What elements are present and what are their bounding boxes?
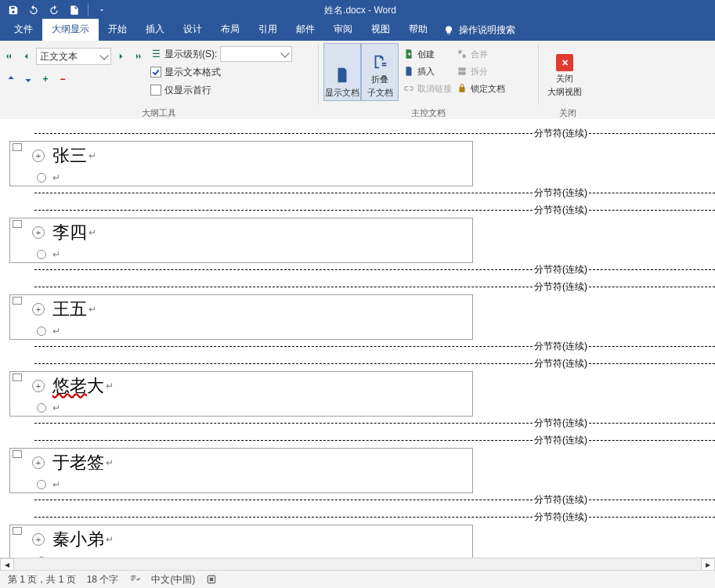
collapse-subdoc-button[interactable]: 折叠 子文档 <box>361 43 399 101</box>
tab-home[interactable]: 开始 <box>99 19 136 41</box>
scroll-left-icon[interactable]: ◂ <box>0 558 14 571</box>
close-l1: 关闭 <box>556 73 573 85</box>
qat-customize-icon[interactable] <box>92 0 112 20</box>
show-document-button[interactable]: 显示文档 <box>323 43 361 101</box>
expand-icon[interactable]: + <box>39 73 52 85</box>
quick-access-toolbar <box>0 0 115 20</box>
subdocument-box[interactable]: +悠老大↵ ↵ <box>9 371 473 417</box>
subdoc-handle-icon[interactable] <box>13 527 22 535</box>
scroll-right-icon[interactable]: ▸ <box>701 558 715 571</box>
document-icon <box>334 65 351 85</box>
show-document-label: 显示文档 <box>325 87 359 99</box>
name-text: 于老签 <box>52 451 104 474</box>
outline-level-select[interactable]: 正文文本 <box>36 48 111 65</box>
name-text: 李四 <box>52 221 87 244</box>
tab-layout[interactable]: 布局 <box>211 19 249 41</box>
section-break: 分节符(连续) <box>34 493 715 506</box>
group-label-outline-tools: 大纲工具 <box>5 106 313 119</box>
split-subdoc-button[interactable]: 拆分 <box>457 63 505 79</box>
status-page[interactable]: 第 1 页，共 1 页 <box>8 573 76 586</box>
new-doc-icon[interactable] <box>64 0 85 20</box>
expand-toggle-icon[interactable]: + <box>32 380 45 392</box>
create-subdoc-button[interactable]: 创建 <box>403 46 452 62</box>
section-break: 分节符(连续) <box>34 417 715 429</box>
show-level-label: 显示级别(S): <box>164 48 217 61</box>
merge-icon <box>457 49 468 60</box>
status-words[interactable]: 18 个字 <box>87 573 119 586</box>
unlink-icon <box>403 83 414 94</box>
group-outline-tools: 正文文本 + − ☰ 显示级别(S): <box>0 41 318 119</box>
subdocument-box[interactable]: +于老签↵ ↵ <box>9 448 473 493</box>
subdoc-icon <box>371 52 388 72</box>
show-level-select[interactable] <box>220 46 292 62</box>
demote-icon[interactable] <box>114 50 127 63</box>
tab-mailings[interactable]: 邮件 <box>287 19 324 41</box>
tab-outline[interactable]: 大纲显示 <box>42 19 99 41</box>
demote-to-body-icon[interactable] <box>130 50 143 63</box>
tab-help[interactable]: 帮助 <box>399 19 437 41</box>
expand-toggle-icon[interactable]: + <box>32 150 45 162</box>
tab-review[interactable]: 审阅 <box>324 19 362 41</box>
tell-me[interactable]: 操作说明搜索 <box>437 20 522 41</box>
body-bullet-icon <box>37 326 46 336</box>
redo-icon[interactable] <box>44 0 64 20</box>
expand-toggle-icon[interactable]: + <box>32 533 45 546</box>
group-label-master-doc: 主控文档 <box>323 106 533 119</box>
group-master-document: 显示文档 折叠 子文档 创建 插入 取消链接 合并 拆分 锁定文档 主控文档 <box>319 41 538 119</box>
macro-icon[interactable] <box>206 574 217 585</box>
undo-icon[interactable] <box>23 0 44 20</box>
name-text: 悠老大 <box>52 374 104 398</box>
section-break: 分节符(连续) <box>34 280 715 293</box>
insert-label: 插入 <box>417 66 435 78</box>
section-break: 分节符(连续) <box>34 434 715 446</box>
expand-toggle-icon[interactable]: + <box>32 303 45 316</box>
merge-subdoc-button[interactable]: 合并 <box>457 46 505 62</box>
create-icon <box>403 49 414 60</box>
section-break: 分节符(连续) <box>34 127 715 139</box>
body-bullet-icon <box>37 480 46 489</box>
collapse-icon[interactable]: − <box>56 73 69 85</box>
promote-to-heading1-icon[interactable] <box>5 50 17 63</box>
subdoc-handle-icon[interactable] <box>13 220 22 228</box>
svg-rect-1 <box>210 578 214 582</box>
promote-icon[interactable] <box>20 50 33 63</box>
subdoc-handle-icon[interactable] <box>13 373 22 381</box>
move-down-icon[interactable] <box>22 73 34 85</box>
lock-label: 锁定文档 <box>471 83 505 95</box>
ribbon-tabs: 文件 大纲显示 开始 插入 设计 布局 引用 邮件 审阅 视图 帮助 操作说明搜… <box>0 20 715 41</box>
scroll-track[interactable] <box>14 559 701 570</box>
subdoc-handle-icon[interactable] <box>13 143 22 151</box>
insert-subdoc-button[interactable]: 插入 <box>403 63 452 79</box>
first-line-only-checkbox[interactable] <box>150 85 161 96</box>
subdoc-handle-icon[interactable] <box>13 297 22 305</box>
subdoc-handle-icon[interactable] <box>13 450 22 458</box>
status-bar: 第 1 页，共 1 页 18 个字 中文(中国) <box>0 570 715 588</box>
document-canvas[interactable]: 分节符(连续) +张三↵ ↵ 分节符(连续)分节符(连续) +李四↵ ↵ 分节符… <box>0 119 715 571</box>
close-icon: ✕ <box>556 54 573 71</box>
spelling-icon[interactable] <box>129 574 140 585</box>
subdocument-box[interactable]: +李四↵ ↵ <box>9 218 473 263</box>
tab-design[interactable]: 设计 <box>174 19 211 41</box>
section-break: 分节符(连续) <box>34 357 715 370</box>
move-up-icon[interactable] <box>5 73 17 85</box>
lock-document-button[interactable]: 锁定文档 <box>457 81 505 96</box>
tab-references[interactable]: 引用 <box>249 19 287 41</box>
subdocument-box[interactable]: +张三↵ ↵ <box>9 141 473 186</box>
status-language[interactable]: 中文(中国) <box>151 573 195 586</box>
subdocument-box[interactable]: +王五↵ ↵ <box>9 294 473 340</box>
section-break: 分节符(连续) <box>34 340 715 352</box>
expand-toggle-icon[interactable]: + <box>32 226 45 239</box>
merge-label: 合并 <box>471 49 488 60</box>
horizontal-scrollbar[interactable]: ◂ ▸ <box>0 557 715 571</box>
tab-insert[interactable]: 插入 <box>136 19 174 41</box>
split-icon <box>457 66 468 77</box>
tab-view[interactable]: 视图 <box>362 19 399 41</box>
show-text-formatting-checkbox[interactable] <box>150 67 161 78</box>
close-outline-view-button[interactable]: ✕ 关闭 大纲视图 <box>543 43 586 99</box>
split-label: 拆分 <box>471 66 488 78</box>
tab-file[interactable]: 文件 <box>5 19 42 41</box>
section-break: 分节符(连续) <box>34 263 715 276</box>
save-icon[interactable] <box>3 0 23 20</box>
unlink-subdoc-button[interactable]: 取消链接 <box>403 81 452 96</box>
expand-toggle-icon[interactable]: + <box>32 456 45 469</box>
